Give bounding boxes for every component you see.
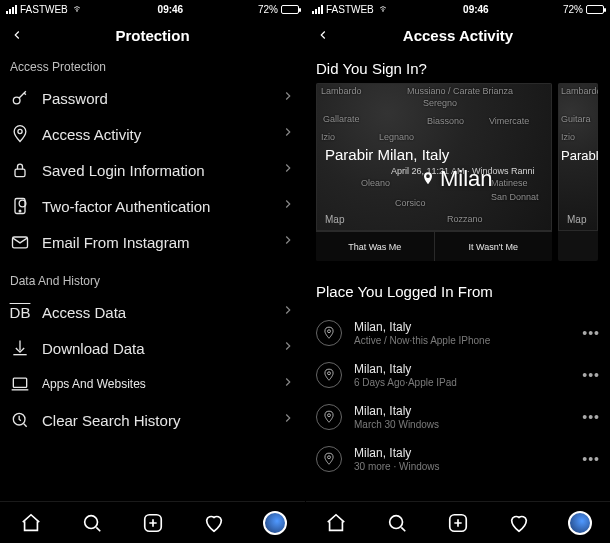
svg-rect-8 xyxy=(13,378,26,387)
status-left: FASTWEB xyxy=(6,3,83,15)
tab-home-icon[interactable] xyxy=(323,510,349,536)
apple-maps-attribution: Map xyxy=(565,214,586,225)
row-label: Saved Login Information xyxy=(42,162,269,179)
more-icon[interactable]: ••• xyxy=(582,409,600,425)
battery-pct: 72% xyxy=(563,4,583,15)
map-label: Lambardo xyxy=(321,86,362,96)
row-clear-search[interactable]: Clear Search History xyxy=(0,402,305,438)
chevron-right-icon xyxy=(281,339,295,357)
it-wasnt-me-button[interactable]: It Wasn't Me xyxy=(434,231,553,261)
map-label: Legnano xyxy=(379,132,414,142)
phone-access-activity: FASTWEB 09:46 72% Access Activity Did Yo… xyxy=(305,0,610,543)
tab-profile-avatar[interactable] xyxy=(262,510,288,536)
row-label: Apps And Websites xyxy=(42,377,269,391)
status-time: 09:46 xyxy=(83,4,258,15)
status-bar: FASTWEB 09:46 72% xyxy=(0,0,305,18)
wifi-icon xyxy=(71,3,83,15)
svg-point-1 xyxy=(13,97,20,104)
map-label: Corsico xyxy=(395,198,426,208)
row-email-instagram[interactable]: Email From Instagram xyxy=(0,224,305,260)
login-sub: 30 more · Windows xyxy=(354,461,570,472)
chevron-right-icon xyxy=(281,411,295,429)
signin-card[interactable]: Lambardo Mussiano / Carate Brianza Sereg… xyxy=(316,83,552,261)
svg-point-5 xyxy=(19,210,21,212)
status-left: FASTWEB xyxy=(312,3,389,15)
map-label: Oleano xyxy=(361,178,390,188)
login-row[interactable]: Milan, Italy March 30 Windows ••• xyxy=(316,396,600,438)
tab-activity-icon[interactable] xyxy=(201,510,227,536)
row-label: Access Activity xyxy=(42,126,269,143)
login-title: Milan, Italy xyxy=(354,320,570,334)
map-label: Mussiano / Carate Brianza xyxy=(407,86,513,96)
location-pin-icon xyxy=(316,320,342,346)
nav-header: Access Activity xyxy=(306,18,610,52)
login-title: Milan, Italy xyxy=(354,446,570,460)
database-icon: DB xyxy=(10,302,30,322)
login-sub: March 30 Windows xyxy=(354,419,570,430)
logged-in-from-title: Place You Logged In From xyxy=(306,275,610,306)
chevron-right-icon xyxy=(281,375,295,393)
row-access-activity[interactable]: Access Activity xyxy=(0,116,305,152)
map-label: Vimercate xyxy=(489,116,529,126)
location-pin-icon xyxy=(316,446,342,472)
page-title: Access Activity xyxy=(332,27,584,44)
signin-cards[interactable]: Lambardo Mussiano / Carate Brianza Sereg… xyxy=(306,83,610,261)
status-right: 72% xyxy=(563,4,604,15)
signal-icon xyxy=(312,5,323,14)
chevron-right-icon xyxy=(281,303,295,321)
login-row[interactable]: Milan, Italy 30 more · Windows ••• xyxy=(316,438,600,480)
battery-icon xyxy=(281,5,299,14)
svg-point-17 xyxy=(390,515,403,528)
more-icon[interactable]: ••• xyxy=(582,451,600,467)
row-label: Download Data xyxy=(42,340,269,357)
row-download-data[interactable]: Download Data xyxy=(0,330,305,366)
row-two-factor[interactable]: Two-factor Authentication xyxy=(0,188,305,224)
signin-card-peek[interactable]: Lambardo Guitara Izio Parable Map xyxy=(558,83,598,261)
more-icon[interactable]: ••• xyxy=(582,367,600,383)
svg-point-10 xyxy=(84,515,97,528)
this-was-me-button[interactable]: That Was Me xyxy=(316,231,434,261)
shield-phone-icon xyxy=(10,196,30,216)
battery-icon xyxy=(586,5,604,14)
tab-profile-avatar[interactable] xyxy=(567,510,593,536)
map-label: Rozzano xyxy=(447,214,483,224)
tab-activity-icon[interactable] xyxy=(506,510,532,536)
back-icon[interactable] xyxy=(314,26,332,44)
row-password[interactable]: Password xyxy=(0,80,305,116)
row-label: Password xyxy=(42,90,269,107)
login-list: Milan, Italy Active / Now·this Apple IPh… xyxy=(306,306,610,480)
section-access-protection: Access Protection xyxy=(0,52,305,80)
tab-add-icon[interactable] xyxy=(140,510,166,536)
svg-rect-3 xyxy=(15,169,25,177)
login-sub: 6 Days Ago·Apple IPad xyxy=(354,377,570,388)
svg-point-0 xyxy=(76,11,77,12)
map-label: Matinese xyxy=(491,178,528,188)
battery-pct: 72% xyxy=(258,4,278,15)
location-pin-icon xyxy=(316,404,342,430)
row-apps-websites[interactable]: Apps And Websites xyxy=(0,366,305,402)
login-row[interactable]: Milan, Italy 6 Days Ago·Apple IPad ••• xyxy=(316,354,600,396)
svg-point-12 xyxy=(382,11,383,12)
apple-maps-attribution: Map xyxy=(323,214,344,225)
map-pin-icon xyxy=(420,171,436,187)
search-history-icon xyxy=(10,410,30,430)
tab-home-icon[interactable] xyxy=(18,510,44,536)
map-label: Guitara xyxy=(561,114,591,124)
download-icon xyxy=(10,338,30,358)
tab-search-icon[interactable] xyxy=(384,510,410,536)
tab-bar xyxy=(0,501,305,543)
tab-add-icon[interactable] xyxy=(445,510,471,536)
phone-protection: FASTWEB 09:46 72% Protection Access Prot… xyxy=(0,0,305,543)
map-label: Lambardo xyxy=(561,86,598,96)
status-bar: FASTWEB 09:46 72% xyxy=(306,0,610,18)
back-icon[interactable] xyxy=(8,26,26,44)
login-row[interactable]: Milan, Italy Active / Now·this Apple IPh… xyxy=(316,312,600,354)
tab-search-icon[interactable] xyxy=(79,510,105,536)
row-access-data[interactable]: DB Access Data xyxy=(0,294,305,330)
map-label: Seregno xyxy=(423,98,457,108)
mail-icon xyxy=(10,232,30,252)
row-label: Two-factor Authentication xyxy=(42,198,269,215)
more-icon[interactable]: ••• xyxy=(582,325,600,341)
row-saved-login[interactable]: Saved Login Information xyxy=(0,152,305,188)
location-icon xyxy=(10,124,30,144)
